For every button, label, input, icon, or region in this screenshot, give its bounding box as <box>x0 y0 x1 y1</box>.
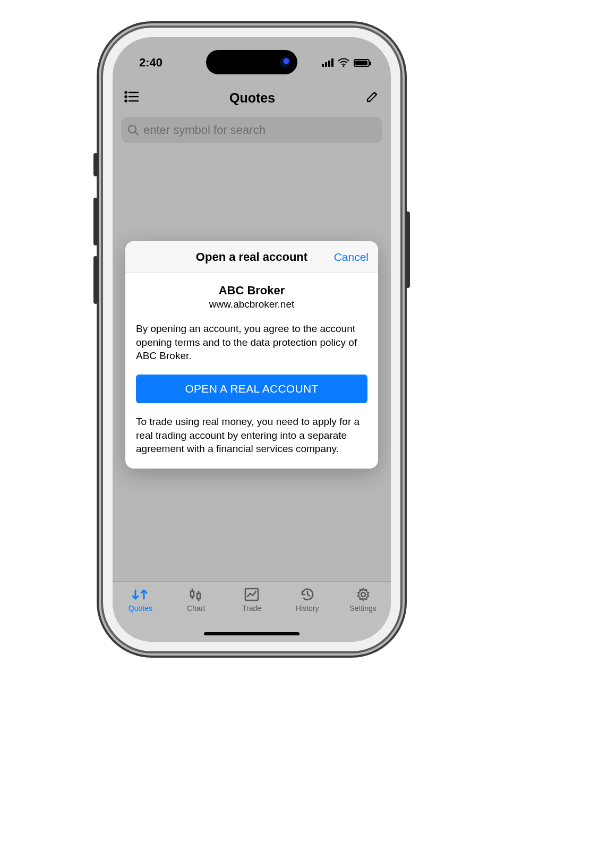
search-input[interactable]: enter symbol for search <box>121 117 382 143</box>
battery-icon <box>354 59 370 67</box>
tab-label: Chart <box>187 604 205 613</box>
power-button <box>406 211 410 288</box>
svg-rect-10 <box>191 591 194 597</box>
open-real-account-button[interactable]: OPEN A REAL ACCOUNT <box>136 375 367 403</box>
svg-point-1 <box>125 92 127 94</box>
broker-url: www.abcbroker.net <box>136 299 367 310</box>
nav-bar: Quotes <box>113 83 391 113</box>
tab-label: Trade <box>242 604 261 613</box>
note-text: To trade using real money, you need to a… <box>136 415 367 456</box>
modal-header: Open a real account Cancel <box>125 241 378 273</box>
chart-icon <box>188 587 204 602</box>
search-icon <box>127 124 139 136</box>
status-time: 2:40 <box>139 56 162 70</box>
volume-down-button <box>93 256 98 304</box>
silent-switch <box>93 153 98 176</box>
svg-point-3 <box>125 100 127 102</box>
terms-text: By opening an account, you agree to the … <box>136 322 367 363</box>
tab-chart[interactable]: Chart <box>172 587 220 613</box>
nav-title: Quotes <box>229 90 275 106</box>
screen: 2:40 <box>113 37 391 642</box>
modal-title: Open a real account <box>196 250 307 264</box>
settings-icon <box>355 587 371 602</box>
quotes-icon <box>131 587 149 602</box>
volume-up-button <box>93 198 98 245</box>
tab-quotes[interactable]: Quotes <box>116 587 164 613</box>
history-icon <box>300 587 315 602</box>
tab-label: History <box>296 604 319 613</box>
svg-point-16 <box>361 592 365 597</box>
tab-label: Settings <box>349 604 377 613</box>
status-right <box>322 58 370 67</box>
iphone-device-frame: 2:40 <box>103 28 400 651</box>
dynamic-island <box>206 50 297 74</box>
wifi-icon <box>338 58 349 67</box>
list-icon[interactable] <box>124 90 139 105</box>
tab-settings[interactable]: Settings <box>339 587 387 613</box>
edit-icon[interactable] <box>365 90 379 106</box>
cancel-button[interactable]: Cancel <box>334 241 369 273</box>
tab-label: Quotes <box>129 604 152 613</box>
svg-point-0 <box>343 65 344 67</box>
tab-history[interactable]: History <box>284 587 331 613</box>
tab-trade[interactable]: Trade <box>228 587 276 613</box>
home-indicator[interactable] <box>204 632 300 635</box>
svg-line-8 <box>135 132 139 135</box>
search-placeholder: enter symbol for search <box>143 123 266 137</box>
svg-rect-13 <box>197 593 200 599</box>
broker-name: ABC Broker <box>136 284 367 298</box>
cellular-icon <box>322 58 333 67</box>
open-account-modal: Open a real account Cancel ABC Broker ww… <box>125 241 378 469</box>
svg-point-2 <box>125 96 127 98</box>
modal-body: ABC Broker www.abcbroker.net By opening … <box>125 273 378 469</box>
trade-icon <box>244 587 260 602</box>
